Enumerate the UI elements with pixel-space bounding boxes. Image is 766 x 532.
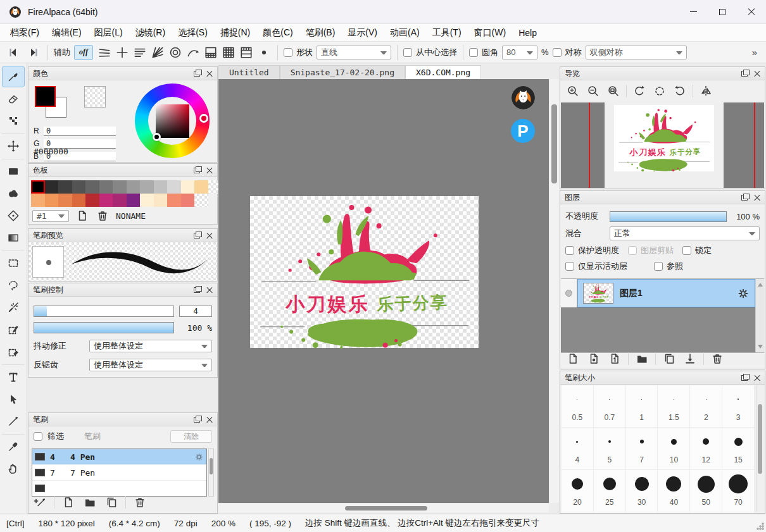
brush-size-cell[interactable]: 1.5 [658,385,690,427]
menu-item-编辑(E)[interactable]: 编辑(E) [46,25,88,40]
tool-select-rect[interactable] [2,251,25,274]
palette-swatch[interactable] [72,194,86,207]
palette-swatch[interactable] [99,194,113,207]
brush-size-slider[interactable] [34,306,174,317]
tool-pointer[interactable] [2,388,25,410]
brush-size-cell[interactable]: 4 [562,428,594,469]
delete-palette-icon[interactable] [96,209,110,222]
layer-tool-new-8bit-layer[interactable] [586,351,601,366]
float-panel-icon[interactable] [741,375,748,381]
canvas-horizontal-scrollbar[interactable] [218,504,549,512]
assist-grid-bottom[interactable] [203,45,218,60]
close-button[interactable] [737,0,766,24]
assist-vanishing-dot[interactable] [256,45,272,60]
assist-grid[interactable] [221,45,236,60]
brush-opacity-slider[interactable] [34,322,174,333]
menu-item-动画(A)[interactable]: 动画(A) [384,25,426,40]
palette-swatch[interactable] [31,194,45,207]
brush-filter-checkbox[interactable] [34,432,42,441]
symmetry-select[interactable]: 双侧对称 [586,46,687,59]
menu-item-工具(T)[interactable]: 工具(T) [426,25,468,40]
palette-swatch[interactable] [99,180,113,194]
brush-size-value[interactable]: 4 [179,306,212,317]
brush-size-cell[interactable]: 2 [690,385,722,427]
nav-zoom-fit[interactable] [606,84,621,99]
layer-tool-open-folder[interactable] [634,351,650,366]
new-palette-icon[interactable] [75,209,89,222]
close-panel-icon[interactable] [206,167,213,173]
checkbox[interactable] [565,262,574,271]
palette-swatch[interactable] [85,194,99,207]
menu-item-档案(F)[interactable]: 档案(F) [4,25,46,40]
brush-list-scrollbar[interactable] [208,448,214,497]
close-panel-icon[interactable] [206,232,213,238]
assist-off-button[interactable]: off [74,45,93,60]
resize-grip[interactable] [757,523,764,530]
layer-list-scrollbar[interactable] [755,279,764,352]
brush-size-cell[interactable]: 50 [690,470,722,512]
foreground-color-swatch[interactable] [35,86,56,107]
menu-item-窗口(W)[interactable]: 窗口(W) [468,25,513,40]
palette-swatch[interactable] [167,194,181,207]
brush-size-cell[interactable]: 7 [626,428,658,469]
tool-line-pen[interactable] [2,411,25,432]
tool-fill-rect[interactable] [2,159,25,182]
tool-blob[interactable] [2,183,25,204]
layer-opacity-slider[interactable] [610,211,727,222]
checkbox[interactable] [628,246,637,255]
float-panel-icon[interactable] [194,71,200,77]
undo-nav-icon[interactable] [5,45,22,60]
assist-grid-top[interactable] [239,45,254,60]
tool-brush[interactable] [2,66,25,87]
palette-swatch[interactable] [194,180,208,194]
brush-tool-open-folder[interactable] [82,495,97,510]
tool-lasso[interactable] [2,275,25,296]
palette-preset-select[interactable]: #1 [32,210,69,222]
brush-size-scrollbar[interactable] [756,385,763,512]
checkbox[interactable] [654,262,663,271]
brush-tool-add-brush[interactable] [32,495,47,510]
brush-size-cell[interactable] [658,512,690,513]
menu-item-Help[interactable]: Help [512,26,543,40]
brush-size-cell[interactable]: 20 [562,470,594,512]
float-panel-icon[interactable] [194,287,200,293]
clear-filter-button[interactable]: 清除 [170,430,212,443]
brush-size-cell[interactable]: 3 [722,385,755,427]
nav-rotate-cw[interactable] [672,84,688,99]
palette-swatch[interactable] [127,180,141,194]
shape-select[interactable]: 直线 [317,46,391,59]
tool-select-eraser[interactable] [2,341,25,362]
tab-Snipaste_17-02-20.png[interactable]: Snipaste_17-02-20.png [280,65,405,79]
palette-swatch[interactable] [127,194,141,207]
menu-item-颜色(C)[interactable]: 颜色(C) [256,25,299,40]
brush-size-cell[interactable]: 5 [594,428,626,469]
canvas-image[interactable] [250,196,479,348]
tool-dither[interactable] [2,110,25,132]
brush-size-cell[interactable]: 70 [722,470,755,512]
blend-mode-select[interactable]: 正常 [610,226,760,240]
toolbar-overflow-button[interactable]: » [752,47,761,58]
channel-value-input[interactable]: 0 [44,127,116,136]
brush-tool-new-page[interactable] [61,495,76,510]
tool-select-pen[interactable] [2,319,25,340]
palette-swatch[interactable] [140,194,154,207]
brush-size-cell[interactable] [722,512,755,513]
shape-checkbox[interactable] [284,48,292,57]
layer-tool-duplicate[interactable] [662,351,677,366]
pixiv-avatar-icon[interactable]: P [511,119,535,143]
alpaca-avatar-icon[interactable] [512,86,535,109]
float-panel-icon[interactable] [194,417,200,423]
brush-size-cell[interactable] [690,512,722,513]
nav-rotate-ccw[interactable] [632,84,647,99]
palette-swatch-transparent[interactable] [194,194,208,207]
redo-nav-icon[interactable] [25,45,42,60]
layer-tool-trash[interactable] [710,351,725,366]
hue-knob[interactable] [199,114,208,123]
layer-row-body[interactable]: 图层1 [577,279,755,307]
palette-swatch[interactable] [181,180,195,194]
checkbox[interactable] [565,246,574,255]
float-panel-icon[interactable] [194,168,200,173]
tool-rotate-canvas[interactable] [2,205,25,226]
brush-size-cell[interactable]: 12 [690,428,722,469]
close-panel-icon[interactable] [754,194,760,201]
